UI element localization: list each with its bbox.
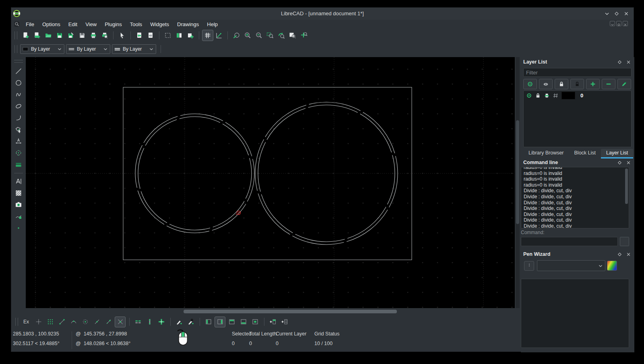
zoom-in-button[interactable] <box>242 30 253 41</box>
draw-arc-button[interactable] <box>13 112 24 123</box>
order-top-button[interactable] <box>226 317 237 327</box>
layer-row[interactable]: 0 <box>524 91 631 100</box>
command-input[interactable] <box>521 237 618 246</box>
layer-print-icon[interactable] <box>544 93 550 99</box>
document-window-icon[interactable] <box>14 21 20 27</box>
divide-circle-button[interactable] <box>13 147 24 158</box>
layer-filter-input[interactable] <box>523 68 632 77</box>
draw-circle-button[interactable] <box>13 77 24 88</box>
command-history-scrollbar[interactable] <box>625 169 628 204</box>
menu-item[interactable]: File <box>22 21 38 28</box>
remove-layer-button[interactable] <box>602 79 615 89</box>
layer-visible-icon[interactable] <box>526 93 532 99</box>
restrict-horizontal-button[interactable] <box>132 317 143 327</box>
grid-toggle-button[interactable] <box>202 30 213 41</box>
menu-item[interactable]: Tools <box>126 21 146 28</box>
snap-grid-button[interactable] <box>45 317 56 327</box>
menu-item[interactable]: Edit <box>64 21 81 28</box>
vertical-scrollbar[interactable] <box>516 57 520 308</box>
exclusive-snap-button[interactable]: Ex <box>21 317 31 326</box>
menu-item[interactable]: View <box>81 21 101 28</box>
mdi-close[interactable] <box>623 21 628 26</box>
undo-button[interactable] <box>134 30 145 41</box>
snap-free-button[interactable] <box>33 317 44 327</box>
window-maximize[interactable] <box>613 10 620 17</box>
window-close[interactable] <box>623 10 630 17</box>
modify-layer-button[interactable] <box>617 79 631 89</box>
layer-table[interactable]: 0 <box>523 90 632 147</box>
close-panel-icon[interactable] <box>625 251 632 257</box>
restrict-orthogonal-button[interactable] <box>156 317 167 327</box>
draw-hatch-button[interactable] <box>13 187 24 199</box>
float-panel-icon[interactable] <box>617 251 623 257</box>
float-panel-icon[interactable] <box>617 59 623 65</box>
order-bottom-button[interactable] <box>238 317 249 327</box>
draw-point-button[interactable] <box>13 222 24 234</box>
drawing-canvas[interactable] <box>26 57 515 308</box>
pen-wizard-favorites-select[interactable] <box>537 260 605 271</box>
pen-wizard-list[interactable] <box>521 279 629 348</box>
draw-ellipse-button[interactable] <box>13 101 24 112</box>
add-layer-button[interactable] <box>586 79 600 89</box>
select-window-button[interactable] <box>173 30 185 41</box>
hide-all-layers-button[interactable] <box>539 79 553 89</box>
open-file-button[interactable] <box>43 30 54 41</box>
tab-layer-list[interactable]: Layer List <box>601 149 633 158</box>
modify-polyline-button[interactable] <box>13 124 24 135</box>
draw-line-button[interactable] <box>13 66 24 77</box>
tab-block-list[interactable]: Block List <box>569 149 601 158</box>
order-left-button[interactable] <box>203 317 214 327</box>
menu-item[interactable]: Help <box>203 21 222 28</box>
color-combo[interactable]: By Layer <box>20 44 64 54</box>
zoom-pan-button[interactable] <box>298 30 310 41</box>
zoom-window-button[interactable] <box>264 30 276 41</box>
snap-distance-button[interactable] <box>103 317 114 327</box>
save-as-button[interactable] <box>65 30 76 41</box>
insert-block-button[interactable] <box>267 317 278 327</box>
draw-text-button[interactable] <box>13 176 24 187</box>
redraw-button[interactable] <box>231 30 242 41</box>
unlock-all-layers-button[interactable] <box>570 79 584 89</box>
menu-item[interactable]: Drawings <box>173 21 203 28</box>
linewidth-combo[interactable]: By Layer <box>66 44 110 54</box>
mdi-minimize[interactable] <box>610 21 615 26</box>
draw-image-button[interactable] <box>13 199 24 210</box>
select-all-button[interactable] <box>185 30 196 41</box>
toolbar-grip[interactable] <box>14 31 17 39</box>
new-document-button[interactable] <box>20 30 31 41</box>
order-center-button[interactable] <box>250 317 260 327</box>
insert-attrib-button[interactable] <box>279 317 290 327</box>
snap-center-button[interactable] <box>80 317 91 327</box>
float-panel-icon[interactable] <box>617 160 623 166</box>
export-button[interactable] <box>76 30 88 41</box>
restrict-vertical-button[interactable] <box>144 317 155 327</box>
close-panel-icon[interactable] <box>625 160 632 166</box>
draw-spline-button[interactable] <box>13 89 24 100</box>
mdi-restore[interactable] <box>616 21 621 26</box>
dimension-button[interactable] <box>13 136 24 147</box>
snap-middle-button[interactable] <box>91 317 102 327</box>
draw-order-button[interactable] <box>13 159 24 170</box>
toolbar-grip[interactable] <box>14 45 17 53</box>
pen-wizard-color-button[interactable] <box>607 261 617 271</box>
command-options-button[interactable] <box>620 237 629 246</box>
horizontal-scrollbar[interactable] <box>26 309 515 314</box>
layer-lock-icon[interactable] <box>535 93 541 99</box>
layer-construction-icon[interactable] <box>553 93 559 99</box>
zoom-auto-button[interactable] <box>287 30 298 41</box>
set-relative-zero-button[interactable] <box>173 317 184 327</box>
window-minimize[interactable] <box>604 10 610 17</box>
order-right-button[interactable] <box>215 317 225 327</box>
select-pointer-button[interactable] <box>116 30 128 41</box>
horizontal-scrollbar-handle[interactable] <box>184 310 397 313</box>
snap-entity-button[interactable] <box>68 317 79 327</box>
isometric-grid-button[interactable] <box>213 30 225 41</box>
close-panel-icon[interactable] <box>625 59 632 65</box>
zoom-out-button[interactable] <box>253 30 264 41</box>
menu-item[interactable]: Options <box>38 21 64 28</box>
lock-relative-zero-button[interactable] <box>185 317 196 327</box>
toolbar-grip[interactable] <box>15 318 18 326</box>
toggle-layer-visibility-button[interactable] <box>523 79 537 89</box>
save-button[interactable] <box>54 30 65 41</box>
menu-item[interactable]: Plugins <box>101 21 126 28</box>
